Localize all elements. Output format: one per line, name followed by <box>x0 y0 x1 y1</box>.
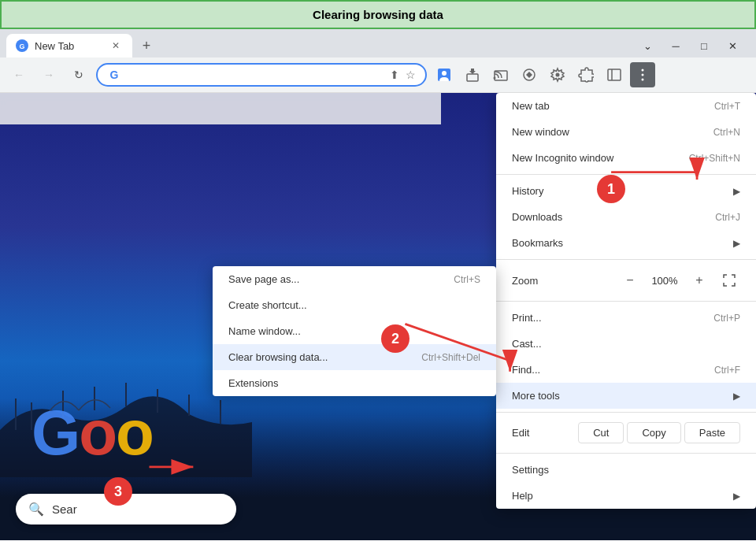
submenu-item-label: Create shortcut... <box>228 299 480 311</box>
submenu-item-name-window[interactable]: Name window... <box>213 318 496 344</box>
profile-icon[interactable] <box>432 62 457 87</box>
menu-item-shortcut: Ctrl+J <box>715 212 740 223</box>
svg-point-12 <box>642 74 644 76</box>
menu-item-label: Help <box>512 490 727 502</box>
menu-item-history[interactable]: History ▶ <box>496 178 756 204</box>
back-button[interactable]: ← <box>6 62 32 87</box>
submenu-arrow-icon: ▶ <box>733 491 740 502</box>
close-button[interactable]: ✕ <box>721 35 743 57</box>
menu-item-label: Downloads <box>512 211 715 223</box>
paste-button[interactable]: Paste <box>684 422 740 443</box>
menu-item-label: Bookmarks <box>512 237 727 249</box>
edit-label: Edit <box>512 427 575 439</box>
tab-favicon: G <box>16 39 28 52</box>
menu-item-help[interactable]: Help ▶ <box>496 483 756 509</box>
address-input[interactable] <box>128 69 384 81</box>
menu-separator <box>496 453 756 454</box>
menu-item-shortcut: Ctrl+T <box>714 101 740 112</box>
svg-point-11 <box>642 69 644 72</box>
submenu-item-create-shortcut[interactable]: Create shortcut... <box>213 292 496 318</box>
more-tools-submenu: Save page as... Ctrl+S Create shortcut..… <box>213 266 496 396</box>
menu-item-label: Settings <box>512 464 740 476</box>
submenu-item-extensions[interactable]: Extensions <box>213 370 496 396</box>
forward-button[interactable]: → <box>36 62 61 87</box>
google-favicon: G <box>107 68 121 82</box>
menu-item-shortcut: Ctrl+P <box>713 313 740 324</box>
share-icon[interactable]: ⬆ <box>390 69 399 81</box>
zoom-minus-button[interactable]: − <box>619 269 641 291</box>
window-controls: ⌄ ─ □ ✕ <box>636 35 750 57</box>
blur-overlay <box>0 93 441 124</box>
maximize-button[interactable]: □ <box>693 35 715 57</box>
browser-tab[interactable]: G New Tab ✕ <box>6 34 132 57</box>
toolbar: ← → ↻ G ⬆ ☆ <box>0 57 756 92</box>
submenu-item-clear-browsing[interactable]: Clear browsing data... Ctrl+Shift+Del <box>213 344 496 370</box>
extensions-icon[interactable] <box>460 62 485 87</box>
edit-row: Edit Cut Copy Paste <box>496 416 756 450</box>
menu-item-shortcut: Ctrl+F <box>714 365 740 376</box>
submenu-item-label: Clear browsing data... <box>228 351 421 363</box>
puzzle-icon[interactable] <box>573 62 598 87</box>
zoom-label: Zoom <box>512 275 611 287</box>
bookmark-icon[interactable]: ☆ <box>406 69 416 81</box>
menu-item-print[interactable]: Print... Ctrl+P <box>496 305 756 331</box>
menu-separator <box>496 174 756 175</box>
toolbar-icons <box>432 62 655 87</box>
tab-close-button[interactable]: ✕ <box>109 39 123 53</box>
zoom-plus-button[interactable]: + <box>688 269 710 291</box>
zoom-fullscreen-button[interactable] <box>718 269 740 291</box>
dropdown-button[interactable]: ⌄ <box>636 35 658 57</box>
reload-button[interactable]: ↻ <box>66 62 91 87</box>
submenu-item-label: Name window... <box>228 325 480 337</box>
menu-item-more-tools[interactable]: More tools ▶ <box>496 383 756 409</box>
menu-item-label: New Incognito window <box>512 152 689 164</box>
title-bar: Clearing browsing data <box>0 0 756 29</box>
zoom-row: Zoom − 100% + <box>496 263 756 298</box>
menu-item-label: New window <box>512 126 713 138</box>
menu-item-cast[interactable]: Cast... <box>496 331 756 357</box>
submenu-item-label: Save page as... <box>228 273 454 285</box>
step-3-circle: 3 <box>104 477 132 506</box>
menu-item-label: New tab <box>512 100 714 112</box>
menu-item-incognito[interactable]: New Incognito window Ctrl+Shift+N <box>496 145 756 171</box>
submenu-arrow-icon: ▶ <box>733 238 740 249</box>
menu-item-settings[interactable]: Settings <box>496 457 756 483</box>
submenu-item-save-page[interactable]: Save page as... Ctrl+S <box>213 266 496 292</box>
cut-button[interactable]: Cut <box>578 422 624 443</box>
tab-label: New Tab <box>35 40 74 52</box>
menu-item-label: Cast... <box>512 338 740 350</box>
menu-separator <box>496 412 756 413</box>
submenu-arrow-icon: ▶ <box>733 391 740 402</box>
minimize-button[interactable]: ─ <box>665 35 687 57</box>
settings-icon[interactable] <box>545 62 570 87</box>
svg-text:G: G <box>19 43 24 50</box>
menu-item-new-tab[interactable]: New tab Ctrl+T <box>496 93 756 119</box>
tab-bar: G New Tab ✕ + ⌄ ─ □ ✕ <box>0 29 756 57</box>
menu-button[interactable] <box>630 62 655 87</box>
menu-item-find[interactable]: Find... Ctrl+F <box>496 357 756 383</box>
copy-button[interactable]: Copy <box>627 422 680 443</box>
step-1-circle: 1 <box>597 175 625 203</box>
menu-separator <box>496 259 756 260</box>
menu-item-shortcut: Ctrl+N <box>713 127 740 138</box>
menu-item-downloads[interactable]: Downloads Ctrl+J <box>496 204 756 230</box>
menu-item-label: Print... <box>512 312 713 324</box>
search-icon: 🔍 <box>28 502 44 517</box>
svg-rect-9 <box>608 69 621 80</box>
svg-rect-4 <box>467 74 478 81</box>
zoom-value: 100% <box>649 275 680 287</box>
svg-point-8 <box>556 73 560 77</box>
submenu-item-shortcut: Ctrl+Shift+Del <box>421 352 480 363</box>
cast-icon[interactable] <box>488 62 513 87</box>
new-tab-button[interactable]: + <box>135 35 158 57</box>
main-content: G o o 🔍 Sear New tab Ctrl+T New window C… <box>0 93 756 540</box>
svg-point-3 <box>442 71 447 76</box>
sidebar-icon[interactable] <box>602 62 627 87</box>
submenu-arrow-icon: ▶ <box>733 186 740 197</box>
svg-point-6 <box>494 77 496 80</box>
step-2-circle: 2 <box>381 324 410 353</box>
address-bar[interactable]: G ⬆ ☆ <box>96 63 427 87</box>
menu-item-bookmarks[interactable]: Bookmarks ▶ <box>496 230 756 256</box>
chromecast-icon[interactable] <box>517 62 542 87</box>
menu-item-new-window[interactable]: New window Ctrl+N <box>496 119 756 145</box>
